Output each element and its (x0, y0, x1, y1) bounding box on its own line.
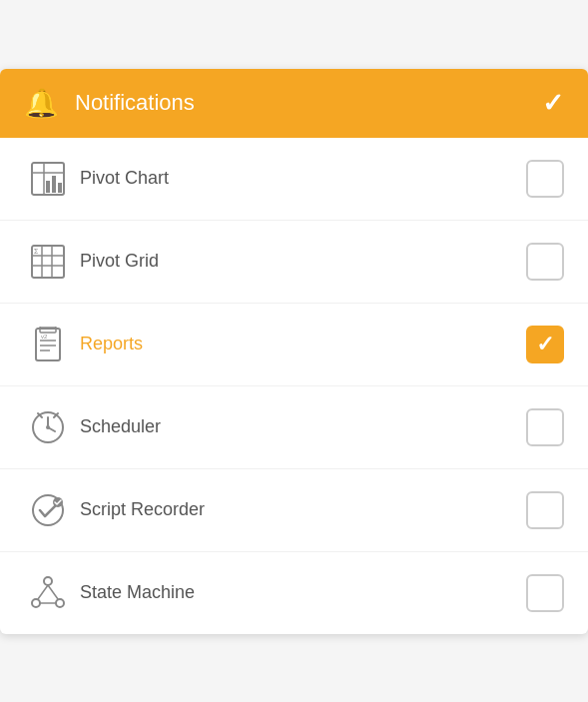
pivot-grid-label: Pivot Grid (72, 251, 526, 272)
pivot-grid-checkbox[interactable] (526, 243, 564, 281)
scheduler-icon (24, 409, 72, 445)
svg-rect-3 (46, 181, 50, 193)
list-item: Σ Pivot Grid (0, 221, 588, 304)
list-item: Script Recorder (0, 469, 588, 552)
state-machine-icon (24, 575, 72, 611)
reports-icon: v2 (24, 327, 72, 362)
list-item: Pivot Chart (0, 138, 588, 221)
pivot-chart-label: Pivot Chart (72, 168, 526, 189)
pivot-chart-icon (24, 161, 72, 197)
svg-rect-12 (36, 329, 60, 360)
list-item: Scheduler (0, 386, 588, 469)
svg-line-29 (38, 585, 48, 599)
svg-point-27 (32, 599, 40, 607)
state-machine-checkbox[interactable] (526, 574, 564, 612)
header-checkmark: ✓ (542, 88, 564, 119)
list-item: v2 Reports (0, 304, 588, 386)
svg-point-28 (56, 599, 64, 607)
items-list: Pivot Chart Σ Pivot Grid (0, 138, 588, 634)
reports-label: Reports (72, 334, 526, 354)
state-machine-label: State Machine (72, 582, 526, 603)
svg-text:Σ: Σ (34, 248, 39, 255)
panel-header: 🔔 Notifications ✓ (0, 69, 588, 138)
svg-point-26 (44, 577, 52, 585)
script-recorder-label: Script Recorder (72, 499, 526, 520)
scheduler-label: Scheduler (72, 416, 526, 437)
header-left: 🔔 Notifications (24, 87, 195, 120)
panel-title: Notifications (75, 90, 195, 116)
svg-rect-4 (52, 176, 56, 193)
scheduler-checkbox[interactable] (526, 408, 564, 446)
svg-line-30 (48, 585, 58, 599)
svg-text:v2: v2 (41, 334, 48, 340)
svg-point-21 (46, 425, 50, 429)
script-recorder-checkbox[interactable] (526, 491, 564, 529)
reports-checkbox[interactable] (526, 326, 564, 363)
pivot-grid-icon: Σ (24, 244, 72, 280)
notifications-panel: 🔔 Notifications ✓ Pivot Chart (0, 69, 588, 634)
pivot-chart-checkbox[interactable] (526, 160, 564, 198)
bell-icon: 🔔 (24, 87, 59, 120)
list-item: State Machine (0, 552, 588, 634)
script-recorder-icon (24, 492, 72, 528)
svg-rect-5 (58, 183, 62, 193)
